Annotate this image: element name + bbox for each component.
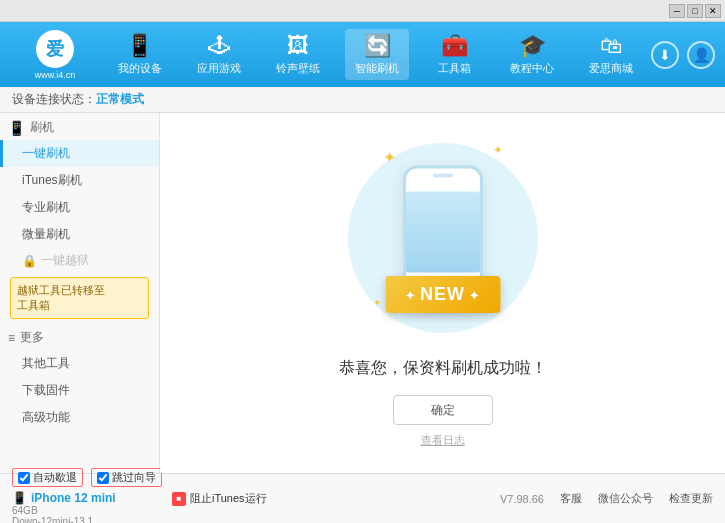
sidebar-item-one-click-flash[interactable]: 一键刷机 xyxy=(0,140,159,167)
body-area: 📱 刷机 一键刷机 iTunes刷机 专业刷机 微量刷机 🔒 一键越狱 越狱工具… xyxy=(0,113,725,473)
toolbox-icon: 🧰 xyxy=(441,33,468,59)
logo-icon: 爱 xyxy=(36,30,74,68)
sidebar-more-header: ≡ 更多 xyxy=(0,323,159,350)
logo-website: www.i4.cn xyxy=(35,70,76,80)
user-button[interactable]: 👤 xyxy=(687,41,715,69)
sidebar: 📱 刷机 一键刷机 iTunes刷机 专业刷机 微量刷机 🔒 一键越狱 越狱工具… xyxy=(0,113,160,473)
nav-apps-games[interactable]: 🕹 应用游戏 xyxy=(187,29,251,80)
nav-my-device[interactable]: 📱 我的设备 xyxy=(108,29,172,80)
more-icon: ≡ xyxy=(8,331,15,345)
device-name-text: iPhone 12 mini xyxy=(31,491,116,505)
skip-wizard-label: 跳过向导 xyxy=(112,470,156,485)
phone-screen xyxy=(406,192,480,273)
apps-games-label: 应用游戏 xyxy=(197,61,241,76)
sidebar-item-download-firmware[interactable]: 下载固件 xyxy=(0,377,159,404)
more-label: 更多 xyxy=(20,329,44,346)
sidebar-item-pro-flash[interactable]: 专业刷机 xyxy=(0,194,159,221)
window-controls[interactable]: ─ □ ✕ xyxy=(669,4,721,18)
my-device-icon: 📱 xyxy=(126,33,153,59)
wallpaper-label: 铃声壁纸 xyxy=(276,61,320,76)
logo-area: 爱 www.i4.cn xyxy=(10,30,100,80)
wallpaper-icon: 🖼 xyxy=(287,33,309,59)
sidebar-item-other-tools[interactable]: 其他工具 xyxy=(0,350,159,377)
auto-dismiss-checkbox[interactable] xyxy=(18,472,30,484)
status-bar: 设备连接状态： 正常模式 xyxy=(0,87,725,113)
sidebar-jailbreak-info: 越狱工具已转移至工具箱 xyxy=(10,277,149,319)
check-update-link[interactable]: 检查更新 xyxy=(669,491,713,506)
sidebar-item-itunes-flash[interactable]: iTunes刷机 xyxy=(0,167,159,194)
app-container: 爱 www.i4.cn 📱 我的设备 🕹 应用游戏 🖼 铃声壁纸 🔄 智能刷机 xyxy=(0,22,725,523)
device-capacity: 64GB xyxy=(12,505,172,516)
title-bar: ─ □ ✕ xyxy=(0,0,725,22)
smart-flash-icon: 🔄 xyxy=(364,33,391,59)
itunes-stop-area[interactable]: ■ 阻止iTunes运行 xyxy=(172,491,267,506)
sparkle-1: ✦ xyxy=(383,148,396,167)
sidebar-item-save-data-flash[interactable]: 微量刷机 xyxy=(0,221,159,248)
sparkle-2: ✦ xyxy=(493,143,503,157)
sparkle-3: ✦ xyxy=(373,297,381,308)
shop-icon: 🛍 xyxy=(600,33,622,59)
tutorials-icon: 🎓 xyxy=(519,33,546,59)
customer-service-link[interactable]: 客服 xyxy=(560,491,582,506)
download-button[interactable]: ⬇ xyxy=(651,41,679,69)
lock-icon: 🔒 xyxy=(22,254,37,268)
sidebar-item-advanced[interactable]: 高级功能 xyxy=(0,404,159,431)
bottom-bar: 自动歇退 跳过向导 📱 iPhone 12 mini 64GB Down-12m… xyxy=(0,473,725,523)
smart-flash-label: 智能刷机 xyxy=(355,61,399,76)
nav-toolbox[interactable]: 🧰 工具箱 xyxy=(425,29,485,80)
skip-wizard-checkbox-label[interactable]: 跳过向导 xyxy=(91,468,162,487)
header: 爱 www.i4.cn 📱 我的设备 🕹 应用游戏 🖼 铃声壁纸 🔄 智能刷机 xyxy=(0,22,725,87)
maximize-button[interactable]: □ xyxy=(687,4,703,18)
skip-wizard-checkbox[interactable] xyxy=(97,472,109,484)
itunes-stop-label: 阻止iTunes运行 xyxy=(190,491,267,506)
checkbox-row: 自动歇退 跳过向导 xyxy=(12,468,172,487)
minimize-button[interactable]: ─ xyxy=(669,4,685,18)
tutorials-label: 教程中心 xyxy=(510,61,554,76)
jailbreak-label: 一键越狱 xyxy=(41,252,89,269)
toolbox-label: 工具箱 xyxy=(438,61,471,76)
device-icon: 📱 xyxy=(12,491,27,505)
new-ribbon: NEW xyxy=(385,276,500,313)
nav-smart-flash[interactable]: 🔄 智能刷机 xyxy=(345,29,409,80)
confirm-button[interactable]: 确定 xyxy=(393,395,493,425)
device-model: Down-12mini-13.1 xyxy=(12,516,172,523)
nav-tutorials[interactable]: 🎓 教程中心 xyxy=(500,29,564,80)
phone-illustration: ✦ ✦ ✦ NEW xyxy=(363,138,523,338)
my-device-label: 我的设备 xyxy=(118,61,162,76)
nav-wallpaper[interactable]: 🖼 铃声壁纸 xyxy=(266,29,330,80)
bottom-right-area: V7.98.66 客服 微信公众号 检查更新 xyxy=(267,491,713,506)
flash-section-label: 刷机 xyxy=(30,119,54,136)
bottom-left-area: 自动歇退 跳过向导 📱 iPhone 12 mini 64GB Down-12m… xyxy=(12,468,172,523)
status-value: 正常模式 xyxy=(96,91,144,108)
device-info: 📱 iPhone 12 mini 64GB Down-12mini-13.1 xyxy=(12,489,172,523)
nav-bar: 📱 我的设备 🕹 应用游戏 🖼 铃声壁纸 🔄 智能刷机 🧰 工具箱 🎓 xyxy=(100,29,651,80)
shop-label: 爱思商城 xyxy=(589,61,633,76)
header-right-buttons: ⬇ 👤 xyxy=(651,41,715,69)
stop-itunes-icon: ■ xyxy=(172,492,186,506)
auto-dismiss-label: 自动歇退 xyxy=(33,470,77,485)
sidebar-jailbreak-disabled: 🔒 一键越狱 xyxy=(0,248,159,273)
version-text: V7.98.66 xyxy=(500,493,544,505)
nav-shop[interactable]: 🛍 爱思商城 xyxy=(579,29,643,80)
flash-section-icon: 📱 xyxy=(8,120,25,136)
phone-speaker xyxy=(433,174,453,178)
logo-symbol: 爱 xyxy=(46,37,64,61)
device-name-row: 📱 iPhone 12 mini xyxy=(12,491,172,505)
auto-dismiss-checkbox-label[interactable]: 自动歇退 xyxy=(12,468,83,487)
close-button[interactable]: ✕ xyxy=(705,4,721,18)
view-log-link[interactable]: 查看日志 xyxy=(421,433,465,448)
sidebar-flash-header: 📱 刷机 xyxy=(0,113,159,140)
status-prefix: 设备连接状态： xyxy=(12,91,96,108)
wechat-link[interactable]: 微信公众号 xyxy=(598,491,653,506)
main-content: ✦ ✦ ✦ NEW 恭喜您，保资料刷机成功啦！ 确定 查看日志 xyxy=(160,113,725,473)
success-message: 恭喜您，保资料刷机成功啦！ xyxy=(339,358,547,379)
apps-games-icon: 🕹 xyxy=(208,33,230,59)
